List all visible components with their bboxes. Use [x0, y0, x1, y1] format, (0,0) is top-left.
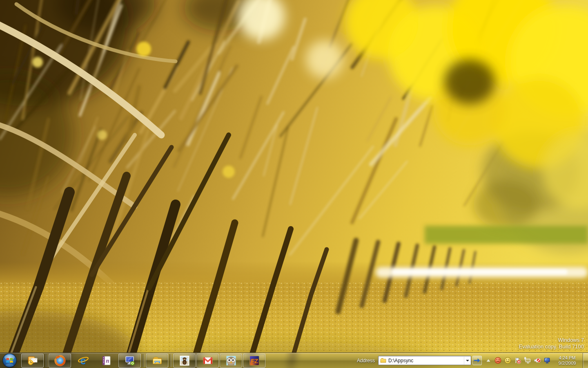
clock-date: 9/2/2009 [554, 361, 581, 366]
address-dropdown-button[interactable] [464, 356, 471, 365]
outlook-icon [27, 355, 38, 366]
gmail-icon [202, 355, 214, 366]
windows-explorer-folder-icon [151, 355, 163, 366]
remote-desktop-icon [124, 355, 136, 366]
evaluation-watermark: Windows 7 Evaluation copy. Build 7100 [519, 337, 584, 350]
toolbar-separator [142, 354, 145, 367]
taskbar-button-windows-explorer[interactable] [146, 354, 168, 368]
action-center-flag-icon[interactable] [514, 357, 521, 364]
toolbar-separator [169, 354, 172, 367]
windows-start-orb-icon [2, 353, 17, 368]
owl-icon [225, 355, 237, 366]
address-label: Address [357, 358, 375, 364]
onenote-letter: n [106, 358, 109, 364]
taskbar-button-onenote[interactable]: n [95, 354, 118, 368]
taskbar-button-firefox[interactable] [49, 354, 71, 368]
taskbar-button-owl[interactable] [220, 354, 242, 368]
onenote-icon: n [101, 355, 112, 366]
show-desktop-button[interactable] [583, 353, 588, 368]
taskbar-clock[interactable]: 4:24 PM 9/2/2009 [554, 355, 581, 366]
address-value[interactable]: D:\Appsync [388, 358, 464, 364]
notification-area [485, 357, 550, 364]
address-combobox[interactable]: D:\Appsync [378, 356, 471, 365]
taskbar-button-filezilla[interactable]: FZ [243, 354, 265, 368]
ie-gold-orbit [78, 355, 89, 366]
wallpaper-orchard-image [0, 0, 588, 368]
filezilla-letters: FZ [251, 357, 258, 364]
taskbar-button-gmail[interactable] [196, 354, 219, 368]
go-arrow-icon [474, 357, 481, 364]
firefox-icon [54, 355, 66, 366]
photo-thumbnail-monkey-icon [179, 355, 190, 366]
taskbar-button-remote-desktop[interactable] [118, 354, 141, 368]
taskbar: e n [0, 352, 588, 368]
watermark-line2: Evaluation copy. Build 7100 [519, 343, 584, 350]
smiley-face-tray-icon[interactable] [504, 357, 511, 364]
chevron-down-icon [466, 360, 469, 361]
clock-time: 4:24 PM [554, 355, 581, 361]
taskbar-button-internet-explorer[interactable]: e [72, 354, 94, 368]
desktop: Windows 7 Evaluation copy. Build 7100 [0, 0, 588, 368]
go-button[interactable] [472, 356, 482, 365]
filezilla-icon: FZ [249, 355, 260, 366]
folder-small-icon [380, 358, 386, 363]
toolbar-separator [45, 354, 47, 367]
start-button[interactable] [2, 353, 17, 368]
taskbar-button-photo[interactable] [173, 354, 196, 368]
address-toolbar: Address D:\Appsync [357, 356, 482, 365]
internet-explorer-icon: e [78, 355, 89, 366]
display-settings-icon[interactable] [543, 357, 550, 364]
taskbar-button-outlook[interactable] [21, 354, 44, 368]
sad-face-tray-icon[interactable] [494, 357, 501, 364]
watermark-line1: Windows 7 [519, 337, 584, 343]
network-status-icon[interactable] [524, 357, 531, 364]
volume-muted-icon[interactable] [534, 357, 541, 364]
show-hidden-icons-button[interactable] [485, 358, 492, 364]
chevron-up-icon [486, 359, 490, 362]
